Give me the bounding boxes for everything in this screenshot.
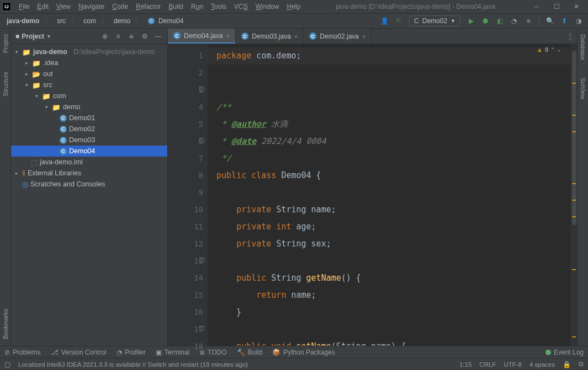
- tab-demo04[interactable]: C Demo04.java ×: [168, 29, 236, 44]
- menu-vcs[interactable]: VCS: [231, 3, 251, 10]
- build-hammer-icon[interactable]: ↸: [393, 15, 405, 27]
- chevron-down-icon: ▼: [451, 18, 455, 24]
- tab-more-icon[interactable]: ⋮: [564, 29, 577, 44]
- menu-view[interactable]: View: [53, 3, 74, 10]
- tree-scratches[interactable]: ◎Scratches and Consoles: [11, 179, 167, 190]
- class-icon: C: [241, 33, 248, 40]
- tree-com[interactable]: ▾📁com: [11, 90, 167, 101]
- error-stripe[interactable]: [570, 44, 577, 346]
- tree-idea[interactable]: ▸📁.idea: [11, 57, 167, 68]
- rail-project[interactable]: Project: [2, 32, 9, 55]
- window-maximize-button[interactable]: ☐: [547, 0, 566, 13]
- fold-icon[interactable]: −: [199, 326, 204, 331]
- select-opened-file-icon[interactable]: ⊕: [100, 33, 110, 40]
- indent-setting[interactable]: 4 spaces: [529, 361, 555, 368]
- fold-icon[interactable]: −: [199, 258, 204, 262]
- menu-window[interactable]: Window: [252, 3, 283, 10]
- collapse-all-icon[interactable]: ≑: [126, 33, 136, 40]
- problems-button[interactable]: ⊘Problems: [4, 348, 41, 356]
- tree-src[interactable]: ▾📁src: [11, 79, 167, 90]
- bottom-tool-bar: ⊘Problems ⎇Version Control ◔Profiler ▣Te…: [0, 346, 588, 358]
- run-button[interactable]: ▶: [465, 15, 477, 27]
- readonly-lock-icon[interactable]: 🔒: [563, 361, 571, 368]
- fold-icon[interactable]: −: [199, 138, 204, 143]
- menu-run[interactable]: Run: [188, 3, 206, 10]
- debug-button[interactable]: ⬢: [479, 15, 491, 27]
- coverage-button[interactable]: ◧: [494, 15, 506, 27]
- project-panel-title[interactable]: ■ Project ▼: [15, 33, 51, 40]
- rail-structure[interactable]: Structure: [2, 69, 9, 99]
- tab-demo02[interactable]: C Demo02.java ×: [304, 29, 372, 44]
- vcs-button[interactable]: ⎇Version Control: [51, 348, 107, 356]
- tree-iml[interactable]: ⬚java-demo.iml: [11, 157, 167, 168]
- expand-all-icon[interactable]: ≡: [113, 33, 123, 40]
- python-packages-button[interactable]: 📦Python Packages: [272, 348, 335, 356]
- window-close-button[interactable]: ✕: [567, 0, 586, 13]
- menu-edit[interactable]: Edit: [34, 3, 52, 10]
- search-icon[interactable]: 🔍: [544, 15, 556, 27]
- breadcrumb-sep-icon: 〉: [136, 17, 142, 26]
- menu-help[interactable]: Help: [283, 3, 304, 10]
- file-encoding[interactable]: UTF-8: [504, 361, 522, 368]
- hide-panel-icon[interactable]: —: [153, 33, 163, 40]
- chevron-down-icon[interactable]: ⌄: [557, 47, 561, 52]
- memory-indicator-icon[interactable]: ⧉: [579, 361, 584, 368]
- breadcrumb-project[interactable]: java-demo: [3, 16, 43, 26]
- rail-sciview[interactable]: SciView: [580, 76, 586, 101]
- gutter[interactable]: 1 2 3− 4 5 6− 7 8 9 10 11 12 13− 14 15 1…: [168, 44, 208, 346]
- tree-class-demo01[interactable]: CDemo01: [11, 112, 167, 124]
- tool-window-quick-access-icon[interactable]: ▢: [4, 361, 10, 368]
- tree-demo[interactable]: ▾📁demo: [11, 101, 167, 112]
- run-config-selector[interactable]: C Demo02 ▼: [409, 15, 460, 26]
- update-icon[interactable]: ⬆: [558, 15, 570, 27]
- todo-button[interactable]: ≣TODO: [199, 348, 226, 356]
- close-tab-icon[interactable]: ×: [362, 33, 365, 40]
- class-icon: C: [60, 137, 67, 144]
- breadcrumb-class[interactable]: CDemo04: [145, 16, 187, 26]
- inspection-widget[interactable]: ▲ 8 ⌃ ⌄: [537, 46, 561, 53]
- tree-class-demo02[interactable]: CDemo02: [11, 124, 167, 135]
- breadcrumb-com[interactable]: com: [80, 16, 99, 26]
- line-separator[interactable]: CRLF: [479, 361, 496, 368]
- chevron-up-icon[interactable]: ⌃: [550, 47, 555, 52]
- stop-button[interactable]: ■: [522, 15, 534, 27]
- menu-navigate[interactable]: Navigate: [75, 3, 108, 10]
- code-editor[interactable]: ▲ 8 ⌃ ⌄ 1 2 3− 4 5 6− 7 8 9 10 11 12 13−…: [168, 44, 577, 346]
- left-tool-rail: Project Structure Bookmarks: [0, 29, 11, 346]
- menu-refactor[interactable]: Refactor: [133, 3, 164, 10]
- status-message[interactable]: Localized IntelliJ IDEA 2021.3.3 is avai…: [18, 361, 248, 368]
- tree-out[interactable]: ▸📂out: [11, 68, 167, 79]
- fold-icon[interactable]: −: [199, 87, 204, 92]
- menu-build[interactable]: Build: [165, 3, 187, 10]
- build-button[interactable]: 🔨Build: [237, 348, 263, 356]
- code-content[interactable]: package com.demo; /** * @author 水滴 * @da…: [208, 44, 570, 346]
- close-tab-icon[interactable]: ×: [226, 33, 230, 39]
- tree-external-libs[interactable]: ▸⫴External Libraries: [11, 168, 167, 179]
- profiler-icon: ◔: [116, 348, 122, 356]
- tab-demo03[interactable]: C Demo03.java ×: [236, 29, 304, 44]
- ide-features-icon[interactable]: ◑: [573, 15, 585, 27]
- close-tab-icon[interactable]: ×: [294, 33, 298, 40]
- profile-button[interactable]: ◔: [508, 15, 520, 27]
- breadcrumb-demo[interactable]: demo: [110, 16, 134, 26]
- warning-icon: ▲: [537, 46, 543, 53]
- tree-class-demo04[interactable]: CDemo04: [11, 146, 167, 157]
- menu-tools[interactable]: Tools: [208, 3, 230, 10]
- breadcrumb-src[interactable]: src: [54, 16, 69, 26]
- rail-database[interactable]: Database: [580, 32, 586, 62]
- notification-dot-icon: [545, 350, 551, 355]
- caret-position[interactable]: 1:15: [459, 361, 472, 368]
- menu-file[interactable]: File: [15, 3, 33, 10]
- settings-gear-icon[interactable]: ⚙: [140, 33, 150, 40]
- menu-code[interactable]: Code: [109, 3, 131, 10]
- breadcrumb-sep-icon: 〉: [45, 17, 51, 26]
- add-user-icon[interactable]: 👤: [378, 15, 390, 27]
- event-log-button[interactable]: Event Log: [545, 348, 584, 356]
- project-tree[interactable]: ▾📁 java-demo D:\IdeaProjects\java-demo ▸…: [11, 44, 167, 346]
- window-minimize-button[interactable]: ─: [527, 0, 546, 13]
- profiler-button[interactable]: ◔Profiler: [116, 348, 146, 356]
- scrollbar-thumb[interactable]: [572, 51, 576, 225]
- tree-root[interactable]: ▾📁 java-demo D:\IdeaProjects\java-demo: [11, 46, 167, 57]
- tree-class-demo03[interactable]: CDemo03: [11, 135, 167, 146]
- rail-bookmarks[interactable]: Bookmarks: [2, 307, 9, 341]
